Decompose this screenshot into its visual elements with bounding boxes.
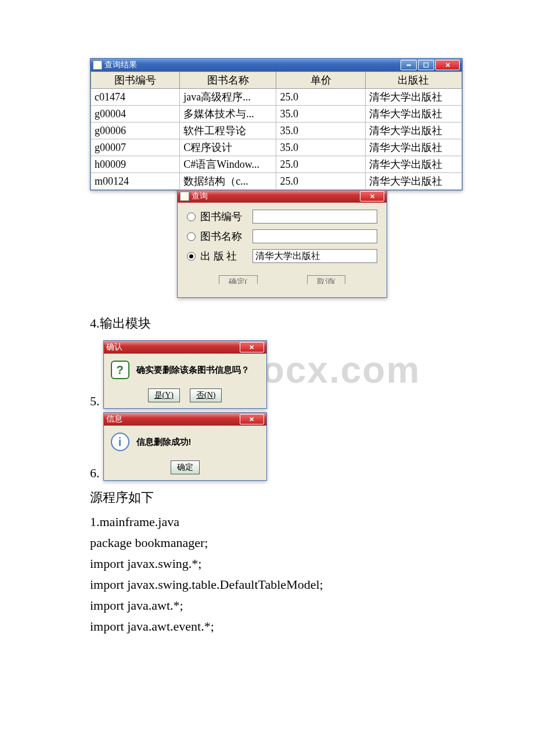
cancel-button-partial[interactable]: 取消( bbox=[307, 275, 346, 284]
close-button[interactable]: ✕ bbox=[240, 414, 264, 424]
ok-button-partial[interactable]: 确定( bbox=[219, 275, 258, 284]
heading-source: 源程序如下 bbox=[90, 489, 444, 506]
confirm-message: 确实要删除该条图书信息吗？ bbox=[136, 365, 250, 376]
code-line: import java.awt.*; bbox=[90, 598, 444, 613]
info-titlebar: 信息 ✕ bbox=[104, 413, 266, 426]
cell-name: 数据结构（c... bbox=[180, 173, 276, 190]
cell-price: 35.0 bbox=[276, 139, 365, 156]
no-button[interactable]: 否(N) bbox=[190, 388, 222, 402]
cell-publisher: 清华大学出版社 bbox=[365, 173, 461, 190]
results-title: 查询结果 bbox=[104, 60, 400, 70]
results-window: 查询结果 ━ ☐ ✕ 图书编号 图书名称 单价 出版社 c01474 java高… bbox=[90, 58, 463, 190]
info-title: 信息 bbox=[106, 414, 240, 424]
label-book-name: 图书名称 bbox=[200, 229, 252, 243]
input-book-id[interactable] bbox=[252, 210, 377, 224]
cell-id: g00004 bbox=[91, 106, 180, 123]
col-price: 单价 bbox=[276, 72, 365, 89]
cell-publisher: 清华大学出版社 bbox=[365, 139, 461, 156]
code-line: import java.awt.event.*; bbox=[90, 619, 444, 634]
results-table: 图书编号 图书名称 单价 出版社 c01474 java高级程序... 25.0… bbox=[91, 71, 462, 190]
col-id: 图书编号 bbox=[91, 72, 180, 89]
table-row[interactable]: c01474 java高级程序... 25.0 清华大学出版社 bbox=[91, 89, 462, 106]
yes-button[interactable]: 是(Y) bbox=[148, 388, 180, 402]
radio-book-id[interactable] bbox=[187, 213, 196, 221]
cell-publisher: 清华大学出版社 bbox=[365, 123, 461, 139]
question-icon: ? bbox=[111, 361, 129, 379]
query-titlebar: 查询 ✕ bbox=[178, 190, 387, 203]
maximize-button[interactable]: ☐ bbox=[418, 60, 434, 70]
close-button[interactable]: ✕ bbox=[360, 191, 384, 201]
query-dialog: 查询 ✕ 图书编号 图书名称 bbox=[177, 190, 387, 298]
cell-id: h00009 bbox=[91, 156, 180, 173]
cell-price: 35.0 bbox=[276, 123, 365, 139]
cell-name: 多媒体技术与... bbox=[180, 106, 276, 123]
input-book-name[interactable] bbox=[252, 229, 377, 243]
close-button[interactable]: ✕ bbox=[435, 60, 460, 70]
table-row[interactable]: g00004 多媒体技术与... 35.0 清华大学出版社 bbox=[91, 106, 462, 123]
cell-price: 25.0 bbox=[276, 173, 365, 190]
code-line: 1.mainframe.java bbox=[90, 514, 444, 530]
cell-name: C程序设计 bbox=[180, 139, 276, 156]
info-icon: i bbox=[111, 433, 129, 451]
cell-publisher: 清华大学出版社 bbox=[365, 156, 461, 173]
cell-publisher: 清华大学出版社 bbox=[365, 89, 461, 106]
cell-id: c01474 bbox=[91, 89, 180, 106]
confirm-titlebar: 确认 ✕ bbox=[104, 341, 266, 354]
table-row[interactable]: m00124 数据结构（c... 25.0 清华大学出版社 bbox=[91, 173, 462, 190]
table-header-row: 图书编号 图书名称 单价 出版社 bbox=[91, 72, 462, 89]
cell-price: 35.0 bbox=[276, 106, 365, 123]
radio-publisher[interactable] bbox=[187, 252, 196, 261]
info-dialog: 信息 ✕ i 信息删除成功! 确定 bbox=[103, 412, 267, 481]
col-publisher: 出版社 bbox=[365, 72, 461, 89]
radio-book-name[interactable] bbox=[187, 232, 196, 241]
table-row[interactable]: g00006 软件工程导论 35.0 清华大学出版社 bbox=[91, 123, 462, 139]
cell-id: m00124 bbox=[91, 173, 180, 190]
cell-name: C#语言Window... bbox=[180, 156, 276, 173]
confirm-title: 确认 bbox=[106, 342, 240, 352]
table-row[interactable]: g00007 C程序设计 35.0 清华大学出版社 bbox=[91, 139, 462, 156]
java-icon bbox=[180, 192, 189, 201]
query-title: 查询 bbox=[192, 191, 360, 201]
confirm-dialog: 确认 ✕ ? 确实要删除该条图书信息吗？ 是(Y) 否(N) bbox=[103, 340, 267, 409]
cell-publisher: 清华大学出版社 bbox=[365, 106, 461, 123]
input-publisher[interactable] bbox=[252, 249, 377, 263]
info-message: 信息删除成功! bbox=[136, 437, 192, 448]
cell-price: 25.0 bbox=[276, 89, 365, 106]
table-row[interactable]: h00009 C#语言Window... 25.0 清华大学出版社 bbox=[91, 156, 462, 173]
heading-output-module: 4.输出模块 bbox=[90, 315, 444, 332]
col-name: 图书名称 bbox=[180, 72, 276, 89]
close-button[interactable]: ✕ bbox=[240, 342, 264, 352]
list-num-6: 6. bbox=[90, 466, 100, 481]
cell-name: 软件工程导论 bbox=[180, 123, 276, 139]
minimize-button[interactable]: ━ bbox=[400, 60, 417, 70]
results-titlebar: 查询结果 ━ ☐ ✕ bbox=[91, 59, 462, 71]
ok-button[interactable]: 确定 bbox=[171, 460, 200, 474]
list-num-5: 5. bbox=[90, 394, 100, 409]
label-publisher: 出 版 社 bbox=[200, 249, 252, 263]
code-line: package bookmanager; bbox=[90, 535, 444, 550]
code-line: import javax.swing.*; bbox=[90, 556, 444, 571]
cell-id: g00006 bbox=[91, 123, 180, 139]
cell-name: java高级程序... bbox=[180, 89, 276, 106]
java-icon bbox=[93, 60, 102, 70]
cell-id: g00007 bbox=[91, 139, 180, 156]
code-line: import javax.swing.table.DefaultTableMod… bbox=[90, 577, 444, 592]
cell-price: 25.0 bbox=[276, 156, 365, 173]
label-book-id: 图书编号 bbox=[200, 210, 252, 224]
